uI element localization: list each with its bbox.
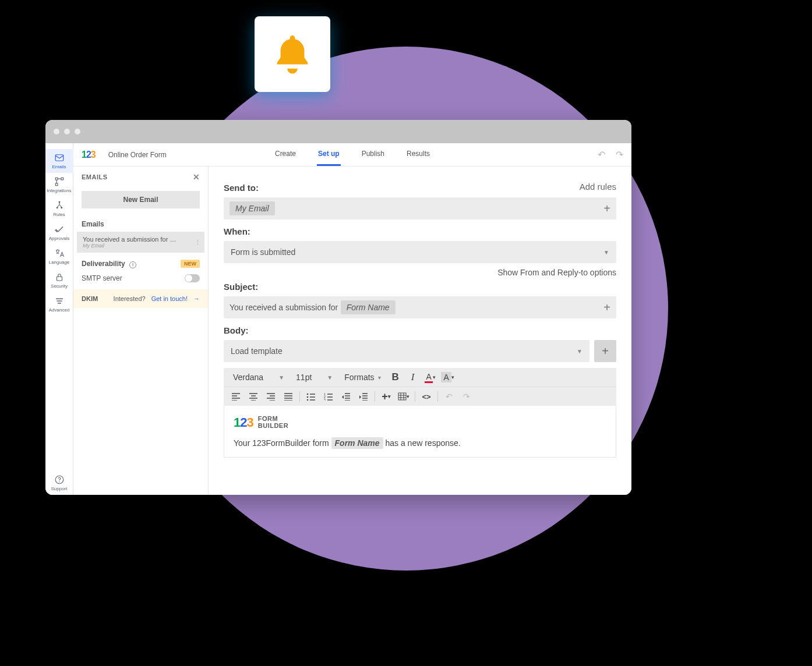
recipient-chip[interactable]: My Email: [230, 201, 275, 215]
smtp-label: SMTP server: [82, 274, 122, 282]
sendto-label: Send to:: [224, 183, 259, 193]
align-center-icon[interactable]: [246, 389, 261, 403]
svg-text:3: 3: [324, 398, 326, 401]
align-left-icon[interactable]: [228, 389, 243, 403]
number-list-icon[interactable]: 123: [321, 389, 336, 403]
outdent-icon[interactable]: [338, 389, 354, 403]
load-template-select[interactable]: Load template ▼: [224, 340, 589, 362]
add-template-button[interactable]: +: [594, 340, 616, 362]
svg-point-4: [58, 201, 60, 203]
tab-results[interactable]: Results: [405, 143, 431, 166]
panel-heading: EMAILS: [82, 173, 108, 180]
nav-support[interactable]: Support: [45, 471, 73, 495]
bell-icon: [272, 31, 313, 77]
bullet-list-icon[interactable]: [303, 389, 319, 403]
dkim-text: Interested?: [114, 295, 146, 302]
new-email-button[interactable]: New Email: [82, 191, 200, 208]
integrations-icon: [54, 176, 65, 187]
email-item-title: You received a submission for …: [83, 236, 199, 243]
chevron-down-icon: ▼: [577, 348, 582, 355]
show-from-link[interactable]: Show From and Reply-to options: [224, 268, 616, 277]
svg-point-9: [59, 481, 59, 482]
editor-redo-icon[interactable]: ↷: [459, 389, 474, 403]
dkim-link[interactable]: Get in touch!: [151, 295, 188, 302]
nav-emails[interactable]: Emails: [45, 149, 73, 173]
nav-language[interactable]: Language: [45, 245, 73, 268]
arrow-right-icon[interactable]: →: [193, 295, 200, 302]
dkim-label: DKIM: [82, 295, 98, 302]
nav-advanced[interactable]: Advanced: [45, 292, 73, 316]
when-value: Form is submitted: [231, 247, 295, 257]
bg-color-icon[interactable]: A▾: [440, 370, 456, 384]
deliverability-label: Deliverability: [82, 260, 125, 268]
italic-icon[interactable]: I: [405, 370, 421, 384]
add-recipient-icon[interactable]: +: [603, 202, 610, 215]
svg-rect-0: [55, 155, 63, 161]
formats-select[interactable]: Formats▾: [340, 370, 385, 384]
sendto-field[interactable]: My Email +: [224, 197, 616, 219]
email-list-item[interactable]: You received a submission for … My Email…: [77, 232, 204, 253]
bell-card: [255, 16, 330, 92]
email-editor: Send to: Add rules My Email + When: Form…: [209, 166, 631, 495]
align-right-icon[interactable]: [263, 389, 278, 403]
traffic-dot[interactable]: [75, 129, 80, 134]
body-prefix: Your 123FormBuilder form: [234, 438, 329, 448]
editor-body[interactable]: 123 FORMBUILDER Your 123FormBuilder form…: [224, 406, 616, 458]
size-select[interactable]: 11pt▼: [291, 370, 337, 384]
lock-icon: [54, 272, 65, 282]
font-select[interactable]: Verdana▼: [228, 370, 289, 384]
svg-point-5: [56, 207, 58, 208]
nav-label: Support: [51, 486, 67, 491]
traffic-dot[interactable]: [64, 129, 70, 134]
insert-icon[interactable]: +▾: [379, 389, 394, 403]
bold-icon[interactable]: B: [388, 370, 403, 384]
formbuilder-logo: 123 FORMBUILDER: [234, 415, 288, 430]
when-label: When:: [224, 226, 616, 236]
align-justify-icon[interactable]: [281, 389, 296, 403]
nav-label: Security: [51, 284, 68, 289]
nav-approvals[interactable]: Approvals: [45, 221, 73, 245]
table-icon[interactable]: ▾: [396, 389, 411, 403]
nav-label: Advanced: [49, 307, 70, 313]
smtp-toggle[interactable]: [185, 274, 200, 282]
branch-icon: [54, 200, 65, 211]
check-icon: [54, 224, 65, 235]
svg-rect-1: [55, 178, 58, 180]
add-subject-var-icon[interactable]: +: [603, 301, 610, 314]
mail-icon: [54, 153, 65, 163]
when-select[interactable]: Form is submitted ▼: [224, 241, 616, 263]
add-rules-link[interactable]: Add rules: [580, 182, 616, 192]
svg-point-10: [307, 394, 309, 395]
editor-toolbar: Verdana▼ 11pt▼ Formats▾ B I A▾ A▾: [224, 368, 616, 406]
body-formname-chip: Form Name: [331, 437, 383, 449]
svg-rect-7: [57, 277, 62, 281]
svg-rect-3: [55, 183, 58, 186]
translate-icon: [54, 248, 65, 258]
traffic-dot[interactable]: [54, 129, 59, 134]
code-icon[interactable]: <>: [419, 389, 434, 403]
emails-section-label: Emails: [73, 212, 208, 232]
subject-chip[interactable]: Form Name: [341, 300, 396, 314]
info-icon[interactable]: i: [129, 261, 136, 268]
text-color-icon[interactable]: A▾: [423, 370, 438, 384]
top-bar: 123 Online Order Form Create Set up Publ…: [73, 143, 631, 166]
redo-icon[interactable]: ↷: [616, 149, 623, 160]
editor-undo-icon[interactable]: ↶: [442, 389, 457, 403]
subject-field[interactable]: You received a submission for Form Name …: [224, 296, 616, 318]
main-tabs: Create Set up Publish Results: [274, 143, 431, 166]
nav-security[interactable]: Security: [45, 268, 73, 292]
undo-icon[interactable]: ↶: [598, 149, 605, 160]
close-icon[interactable]: ✕: [193, 172, 200, 182]
chevron-down-icon: ▼: [603, 249, 609, 256]
body-sentence: Your 123FormBuilder form Form Name has a…: [234, 438, 606, 448]
svg-point-12: [307, 399, 309, 401]
tab-create[interactable]: Create: [274, 143, 297, 166]
indent-icon[interactable]: [356, 389, 371, 403]
kebab-icon[interactable]: ⋮: [195, 239, 201, 246]
nav-integrations[interactable]: Integrations: [45, 173, 73, 197]
tab-publish[interactable]: Publish: [361, 143, 386, 166]
tab-setup[interactable]: Set up: [317, 143, 341, 166]
nav-rules[interactable]: Rules: [45, 197, 73, 221]
svg-rect-2: [61, 178, 63, 180]
load-template-text: Load template: [231, 346, 283, 356]
